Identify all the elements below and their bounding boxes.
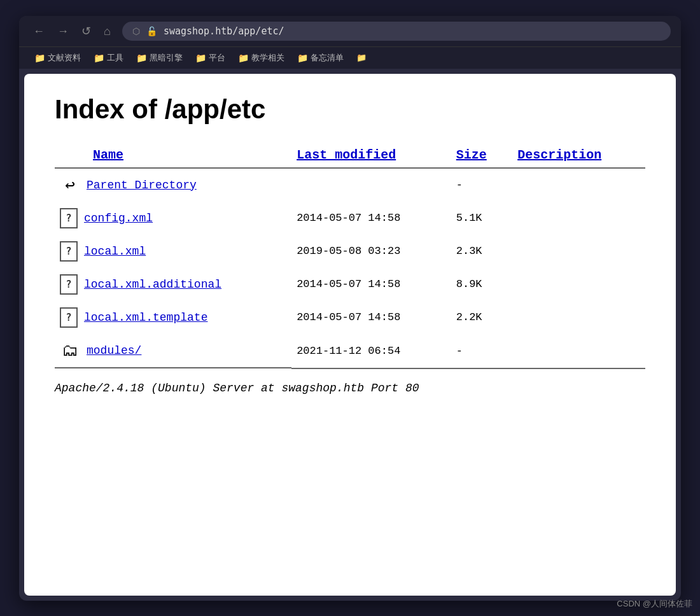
title-bar: ← → ↺ ⌂ ⬡ 🔓 swagshop.htb/app/etc/ [19,16,681,46]
date-cell [291,168,451,202]
name-cell: ?local.xml [55,235,291,268]
table-row: 🗂modules/2021-11-12 06:54- [55,334,645,368]
date-sort-link[interactable]: Last modified [297,148,396,162]
bookmark-more[interactable]: 📁 [351,52,372,64]
desc-sort-link[interactable]: Description [517,148,601,162]
url-text: swagshop.htb/app/etc/ [164,25,284,37]
folder-icon-4: 📁 [238,53,249,63]
desc-cell [512,268,645,301]
date-cell: 2014-05-07 14:58 [291,202,451,235]
shield-icon: ⬡ [132,26,140,36]
watermark: CSDN @人间体佐菲 [617,598,692,610]
size-cell: 2.3K [451,235,512,268]
table-row: ?local.xml.additional2014-05-07 14:588.9… [55,268,645,301]
file-link[interactable]: local.xml.additional [84,278,221,291]
table-row: ?local.xml2019-05-08 03:232.3K [55,235,645,268]
bookmark-3[interactable]: 📁 平台 [190,51,230,65]
bookmark-4[interactable]: 📁 教学相关 [233,51,290,65]
refresh-button[interactable]: ↺ [78,23,95,39]
folder-icon-3: 📁 [195,53,206,63]
more-icon: 📁 [356,53,367,62]
desc-cell [512,334,645,368]
name-cell: ↩Parent Directory [55,169,291,202]
size-sort-link[interactable]: Size [456,148,487,162]
size-cell: - [451,168,512,202]
file-link[interactable]: local.xml.template [84,311,207,324]
col-header-desc: Description [512,143,645,168]
name-sort-link[interactable]: Name [93,148,123,162]
bookmark-2[interactable]: 📁 黑暗引擎 [131,51,188,65]
lock-icon: 🔓 [146,26,157,36]
bookmark-0[interactable]: 📁 文献资料 [29,51,86,65]
file-link[interactable]: Parent Directory [87,179,197,192]
col-header-name: Name [55,143,291,168]
table-row: ?config.xml2014-05-07 14:585.1K [55,202,645,235]
size-cell: 5.1K [451,202,512,235]
date-cell: 2014-05-07 14:58 [291,268,451,301]
page-content: Index of /app/etc Name Last modified Siz… [24,74,676,596]
name-cell: 🗂modules/ [55,334,291,368]
table-header-row: Name Last modified Size Description [55,143,645,168]
server-footer: Apache/2.4.18 (Ubuntu) Server at swagsho… [55,382,645,395]
desc-cell [512,202,645,235]
page-title: Index of /app/etc [55,94,645,125]
bookmarks-bar: 📁 文献资料 📁 工具 📁 黑暗引擎 📁 平台 📁 教学相关 📁 备忘清单 📁 [19,46,681,69]
folder-icon: 🗂 [60,340,80,361]
col-header-date: Last modified [291,143,451,168]
size-cell: 2.2K [451,301,512,334]
folder-icon-2: 📁 [136,53,147,63]
size-cell: 8.9K [451,268,512,301]
bookmark-5[interactable]: 📁 备忘清单 [292,51,349,65]
nav-buttons: ← → ↺ ⌂ [29,23,115,39]
date-cell: 2014-05-07 14:58 [291,301,451,334]
folder-icon-1: 📁 [94,53,104,63]
table-row: ?local.xml.template2014-05-07 14:582.2K [55,301,645,334]
file-icon: ? [60,208,78,228]
parent-dir-icon: ↩ [60,175,80,195]
file-icon: ? [60,274,78,295]
folder-icon-0: 📁 [34,53,45,63]
file-icon: ? [60,307,78,328]
name-cell: ?local.xml.additional [55,268,291,301]
home-button[interactable]: ⌂ [100,23,115,39]
file-table: Name Last modified Size Description ↩Par… [55,143,645,369]
date-cell: 2019-05-08 03:23 [291,235,451,268]
file-link[interactable]: modules/ [87,344,141,357]
back-button[interactable]: ← [29,23,48,39]
file-link[interactable]: local.xml [84,245,146,258]
size-cell: - [451,334,512,368]
date-cell: 2021-11-12 06:54 [291,334,451,368]
forward-button[interactable]: → [53,23,73,39]
table-row: ↩Parent Directory- [55,168,645,202]
address-bar[interactable]: ⬡ 🔓 swagshop.htb/app/etc/ [122,22,671,41]
name-cell: ?local.xml.template [55,301,291,334]
file-icon: ? [60,241,78,262]
desc-cell [512,301,645,334]
bookmark-1[interactable]: 📁 工具 [88,51,129,65]
desc-cell [512,168,645,202]
col-header-size: Size [451,143,512,168]
name-cell: ?config.xml [55,202,291,235]
browser-window: ← → ↺ ⌂ ⬡ 🔓 swagshop.htb/app/etc/ 📁 文献资料… [19,16,681,601]
file-link[interactable]: config.xml [84,212,153,225]
folder-icon-5: 📁 [297,53,308,63]
desc-cell [512,235,645,268]
